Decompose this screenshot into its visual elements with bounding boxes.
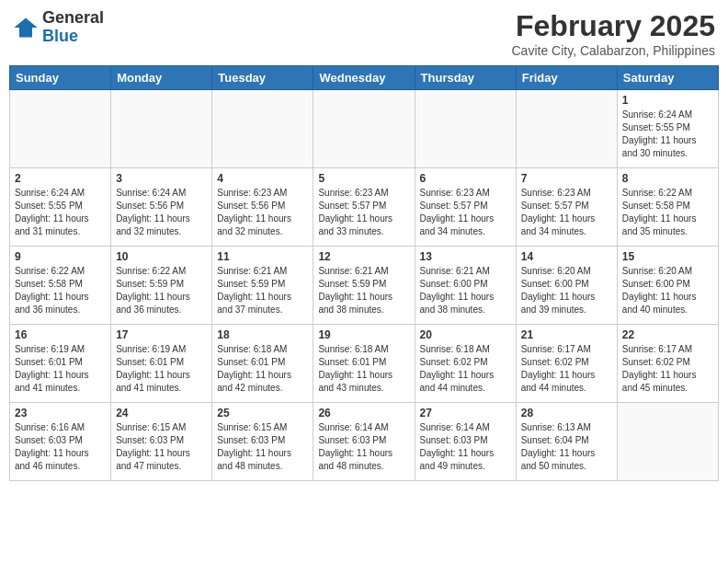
calendar-cell: 11Sunrise: 6:21 AM Sunset: 5:59 PM Dayli… bbox=[212, 247, 313, 325]
day-number: 7 bbox=[521, 172, 612, 185]
weekday-header-thursday: Thursday bbox=[415, 66, 516, 90]
calendar-cell: 26Sunrise: 6:14 AM Sunset: 6:03 PM Dayli… bbox=[313, 403, 415, 481]
logo-icon bbox=[13, 15, 39, 40]
page-header: General Blue February 2025 Cavite City, … bbox=[9, 9, 719, 58]
day-info: Sunrise: 6:23 AM Sunset: 5:57 PM Dayligh… bbox=[318, 187, 409, 238]
day-info: Sunrise: 6:18 AM Sunset: 6:01 PM Dayligh… bbox=[217, 343, 308, 395]
day-number: 22 bbox=[622, 328, 713, 341]
weekday-header-row: SundayMondayTuesdayWednesdayThursdayFrid… bbox=[10, 66, 719, 90]
day-info: Sunrise: 6:23 AM Sunset: 5:56 PM Dayligh… bbox=[217, 187, 308, 238]
calendar-cell: 22Sunrise: 6:17 AM Sunset: 6:02 PM Dayli… bbox=[617, 325, 718, 403]
day-info: Sunrise: 6:21 AM Sunset: 5:59 PM Dayligh… bbox=[318, 265, 409, 316]
day-info: Sunrise: 6:14 AM Sunset: 6:03 PM Dayligh… bbox=[420, 421, 511, 473]
day-number: 2 bbox=[15, 172, 106, 185]
day-number: 9 bbox=[15, 250, 106, 263]
day-info: Sunrise: 6:15 AM Sunset: 6:03 PM Dayligh… bbox=[217, 421, 308, 473]
day-number: 3 bbox=[116, 172, 207, 185]
day-number: 15 bbox=[622, 250, 713, 263]
day-info: Sunrise: 6:23 AM Sunset: 5:57 PM Dayligh… bbox=[521, 187, 612, 238]
calendar-cell: 4Sunrise: 6:23 AM Sunset: 5:56 PM Daylig… bbox=[212, 168, 313, 247]
day-number: 17 bbox=[116, 328, 207, 341]
day-info: Sunrise: 6:24 AM Sunset: 5:56 PM Dayligh… bbox=[116, 187, 207, 238]
weekday-header-tuesday: Tuesday bbox=[212, 66, 313, 90]
calendar-cell: 21Sunrise: 6:17 AM Sunset: 6:02 PM Dayli… bbox=[516, 325, 617, 403]
calendar-cell bbox=[10, 90, 111, 168]
day-info: Sunrise: 6:18 AM Sunset: 6:01 PM Dayligh… bbox=[318, 343, 409, 395]
calendar-cell: 16Sunrise: 6:19 AM Sunset: 6:01 PM Dayli… bbox=[10, 325, 111, 403]
day-info: Sunrise: 6:24 AM Sunset: 5:55 PM Dayligh… bbox=[15, 187, 106, 238]
day-info: Sunrise: 6:17 AM Sunset: 6:02 PM Dayligh… bbox=[521, 343, 612, 395]
day-number: 6 bbox=[420, 172, 511, 185]
calendar-cell: 13Sunrise: 6:21 AM Sunset: 6:00 PM Dayli… bbox=[415, 247, 516, 325]
calendar-cell: 8Sunrise: 6:22 AM Sunset: 5:58 PM Daylig… bbox=[617, 168, 718, 247]
day-number: 24 bbox=[116, 407, 207, 419]
calendar-cell: 3Sunrise: 6:24 AM Sunset: 5:56 PM Daylig… bbox=[111, 168, 212, 247]
weekday-header-friday: Friday bbox=[516, 66, 617, 90]
calendar-table: SundayMondayTuesdayWednesdayThursdayFrid… bbox=[9, 65, 719, 481]
week-row-4: 16Sunrise: 6:19 AM Sunset: 6:01 PM Dayli… bbox=[10, 325, 719, 403]
day-number: 19 bbox=[318, 328, 409, 341]
day-info: Sunrise: 6:18 AM Sunset: 6:02 PM Dayligh… bbox=[420, 343, 511, 395]
calendar-cell: 24Sunrise: 6:15 AM Sunset: 6:03 PM Dayli… bbox=[111, 403, 212, 481]
calendar-cell: 19Sunrise: 6:18 AM Sunset: 6:01 PM Dayli… bbox=[313, 325, 415, 403]
day-number: 14 bbox=[521, 250, 612, 263]
day-number: 28 bbox=[521, 407, 612, 419]
day-number: 26 bbox=[318, 407, 409, 419]
title-block: February 2025 Cavite City, Calabarzon, P… bbox=[511, 9, 715, 58]
calendar-cell bbox=[212, 90, 313, 168]
logo-text: General Blue bbox=[42, 9, 104, 46]
calendar-cell: 2Sunrise: 6:24 AM Sunset: 5:55 PM Daylig… bbox=[10, 168, 111, 247]
day-info: Sunrise: 6:14 AM Sunset: 6:03 PM Dayligh… bbox=[318, 421, 409, 473]
calendar-cell: 5Sunrise: 6:23 AM Sunset: 5:57 PM Daylig… bbox=[313, 168, 415, 247]
day-info: Sunrise: 6:17 AM Sunset: 6:02 PM Dayligh… bbox=[622, 343, 713, 395]
day-info: Sunrise: 6:19 AM Sunset: 6:01 PM Dayligh… bbox=[116, 343, 207, 395]
day-number: 18 bbox=[217, 328, 308, 341]
week-row-2: 2Sunrise: 6:24 AM Sunset: 5:55 PM Daylig… bbox=[10, 168, 719, 247]
day-number: 5 bbox=[318, 172, 409, 185]
day-info: Sunrise: 6:22 AM Sunset: 5:58 PM Dayligh… bbox=[622, 187, 713, 238]
calendar-cell: 14Sunrise: 6:20 AM Sunset: 6:00 PM Dayli… bbox=[516, 247, 617, 325]
weekday-header-sunday: Sunday bbox=[10, 66, 111, 90]
weekday-header-saturday: Saturday bbox=[617, 66, 718, 90]
calendar-cell bbox=[516, 90, 617, 168]
calendar-cell: 27Sunrise: 6:14 AM Sunset: 6:03 PM Dayli… bbox=[415, 403, 516, 481]
day-info: Sunrise: 6:22 AM Sunset: 5:58 PM Dayligh… bbox=[15, 265, 106, 316]
day-info: Sunrise: 6:21 AM Sunset: 6:00 PM Dayligh… bbox=[420, 265, 511, 316]
day-number: 1 bbox=[622, 94, 713, 107]
day-number: 10 bbox=[116, 250, 207, 263]
logo-blue: Blue bbox=[42, 28, 104, 46]
day-info: Sunrise: 6:16 AM Sunset: 6:03 PM Dayligh… bbox=[15, 421, 106, 473]
calendar-cell: 28Sunrise: 6:13 AM Sunset: 6:04 PM Dayli… bbox=[516, 403, 617, 481]
day-info: Sunrise: 6:22 AM Sunset: 5:59 PM Dayligh… bbox=[116, 265, 207, 316]
calendar-cell: 17Sunrise: 6:19 AM Sunset: 6:01 PM Dayli… bbox=[111, 325, 212, 403]
day-info: Sunrise: 6:15 AM Sunset: 6:03 PM Dayligh… bbox=[116, 421, 207, 473]
calendar-cell: 20Sunrise: 6:18 AM Sunset: 6:02 PM Dayli… bbox=[415, 325, 516, 403]
calendar-cell: 9Sunrise: 6:22 AM Sunset: 5:58 PM Daylig… bbox=[10, 247, 111, 325]
logo-general: General bbox=[42, 9, 104, 28]
day-info: Sunrise: 6:23 AM Sunset: 5:57 PM Dayligh… bbox=[420, 187, 511, 238]
calendar-cell: 7Sunrise: 6:23 AM Sunset: 5:57 PM Daylig… bbox=[516, 168, 617, 247]
svg-marker-0 bbox=[14, 17, 37, 37]
day-number: 13 bbox=[420, 250, 511, 263]
calendar-cell bbox=[617, 403, 718, 481]
day-info: Sunrise: 6:13 AM Sunset: 6:04 PM Dayligh… bbox=[521, 421, 612, 473]
calendar-cell: 25Sunrise: 6:15 AM Sunset: 6:03 PM Dayli… bbox=[212, 403, 313, 481]
calendar-cell: 12Sunrise: 6:21 AM Sunset: 5:59 PM Dayli… bbox=[313, 247, 415, 325]
logo: General Blue bbox=[13, 9, 104, 46]
day-number: 4 bbox=[217, 172, 308, 185]
calendar-cell: 23Sunrise: 6:16 AM Sunset: 6:03 PM Dayli… bbox=[10, 403, 111, 481]
calendar-cell: 18Sunrise: 6:18 AM Sunset: 6:01 PM Dayli… bbox=[212, 325, 313, 403]
weekday-header-monday: Monday bbox=[111, 66, 212, 90]
day-number: 8 bbox=[622, 172, 713, 185]
day-number: 27 bbox=[420, 407, 511, 419]
week-row-1: 1Sunrise: 6:24 AM Sunset: 5:55 PM Daylig… bbox=[10, 90, 719, 168]
location: Cavite City, Calabarzon, Philippines bbox=[511, 43, 715, 58]
day-info: Sunrise: 6:24 AM Sunset: 5:55 PM Dayligh… bbox=[622, 109, 713, 160]
day-number: 12 bbox=[318, 250, 409, 263]
week-row-5: 23Sunrise: 6:16 AM Sunset: 6:03 PM Dayli… bbox=[10, 403, 719, 481]
day-number: 21 bbox=[521, 328, 612, 341]
day-number: 16 bbox=[15, 328, 106, 341]
day-number: 25 bbox=[217, 407, 308, 419]
calendar-cell: 1Sunrise: 6:24 AM Sunset: 5:55 PM Daylig… bbox=[617, 90, 718, 168]
weekday-header-wednesday: Wednesday bbox=[313, 66, 415, 90]
